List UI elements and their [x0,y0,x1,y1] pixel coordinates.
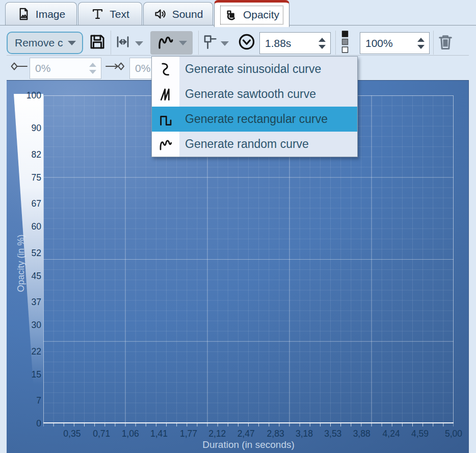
y-tick-label: 75 [7,172,41,183]
x-tick-label: 5,00 [436,429,471,439]
curve-preset-value: Remove c [15,37,63,49]
toolbar-separator [335,31,336,55]
save-button[interactable] [87,32,108,54]
trash-icon [436,33,455,53]
duration-value: 1.88s [265,37,291,49]
x-axis-title: Duration (in seconds) [43,439,454,450]
y-tick-label: 37 [7,297,41,308]
chevron-down-icon [221,41,229,46]
duration-input[interactable]: 1.88s [259,32,331,54]
clock-icon [238,33,255,53]
text-icon [91,7,104,21]
spin-down-icon[interactable] [89,70,96,74]
tab-image[interactable]: Image [5,2,77,26]
wave-icon [156,33,175,53]
spin-down-icon[interactable] [319,45,326,49]
y-tick-label: 22 [7,346,41,357]
gradient-icon [340,31,350,56]
spin-up-icon[interactable] [89,63,96,67]
menu-item-generate-sawtooth-curve[interactable]: Generate sawtooth curve [152,82,357,107]
y-tick-label: 7 [7,395,41,406]
menu-item-generate-random-curve[interactable]: Generate random curve [152,132,357,157]
menu-item-label: Generate rectangular curve [179,107,328,132]
y-tick-label: 82 [7,149,41,160]
toolbar-separator [111,31,111,55]
y-tick-label: 45 [7,271,41,282]
rectangular-wave-icon [152,107,179,132]
fade-in-input[interactable]: 0% [30,58,101,79]
x-tick-label: 4,59 [402,429,438,439]
tab-opacity-label: Opacity [243,9,279,21]
pin-keyframe-button[interactable] [202,33,218,53]
save-icon [88,33,107,53]
y-tick-label: 90 [7,123,41,134]
opacity-value: 100% [365,37,393,49]
pin-icon [202,34,218,52]
menu-item-generate-rectangular-curve[interactable]: Generate rectangular curve [152,107,357,132]
toolbar-separator [433,31,434,55]
delete-button[interactable] [436,33,455,53]
spacing-dropdown-button[interactable] [135,41,144,46]
menu-item-generate-sinusoidal-curve[interactable]: Generate sinusoidal curve [152,57,357,82]
fade-in-icon [10,61,29,73]
y-tick-label: 100 [7,90,41,101]
spin-down-icon[interactable] [417,45,425,49]
y-tick-label: 60 [7,221,41,232]
menu-item-label: Generate sawtooth curve [179,82,316,107]
tab-text-label: Text [110,8,129,20]
time-button[interactable] [237,34,256,52]
tab-text[interactable]: Text [78,2,142,26]
tab-sound[interactable]: Sound [143,2,213,26]
menu-item-label: Generate random curve [179,132,309,157]
fade-out-indicator [105,62,126,73]
generate-curve-button[interactable] [150,31,193,55]
sound-icon [153,7,167,21]
y-tick-label: 52 [7,248,41,259]
sawtooth-wave-icon [152,82,179,107]
fade-out-value: 0% [135,62,150,74]
toolbar-separator [198,31,199,55]
chevron-down-icon [179,41,187,45]
chevron-down-icon [68,41,76,45]
opacity-input[interactable]: 100% [360,32,430,54]
generate-curve-menu: Generate sinusoidal curveGenerate sawtoo… [151,56,358,157]
opacity-editor-window: Image Text Sound Opacity Remove c 1.88s [0,0,476,453]
fade-out-icon [105,61,126,73]
opacity-gradient-indicator [340,32,350,55]
fade-in-value: 0% [35,62,50,74]
spin-up-icon[interactable] [319,38,326,42]
image-icon [17,7,31,21]
y-tick-label: 30 [7,320,41,331]
spacing-button[interactable] [114,35,131,51]
tab-sound-label: Sound [172,8,203,20]
opacity-icon [224,8,238,22]
pin-dropdown-button[interactable] [220,41,229,46]
random-wave-icon [152,132,179,157]
y-tick-label: 67 [7,198,41,209]
tab-image-label: Image [36,8,65,20]
toolbar-row-divider [7,55,469,56]
curve-preset-combobox[interactable]: Remove c [7,32,83,54]
menu-item-label: Generate sinusoidal curve [179,57,321,82]
horizontal-resize-icon [115,34,130,52]
tab-opacity[interactable]: Opacity [214,0,289,27]
sine-wave-icon [152,57,179,82]
y-tick-label: 0 [7,418,41,429]
fade-in-indicator [10,62,29,73]
y-tick-label: 15 [7,369,41,380]
chevron-down-icon [135,41,143,46]
spin-up-icon[interactable] [417,38,425,42]
